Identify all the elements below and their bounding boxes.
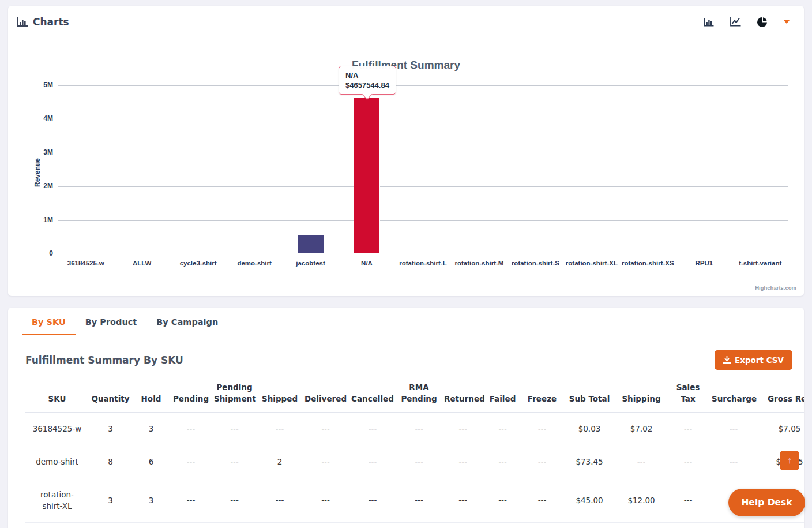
charts-icon (17, 17, 28, 27)
data-cell: --- (521, 445, 563, 478)
x-category-label: cycle3-shirt (170, 259, 226, 267)
tab-by-campaign[interactable]: By Campaign (146, 308, 228, 335)
column-header-returned: Returned (442, 376, 484, 413)
scroll-to-top-button[interactable]: ↑ (780, 451, 799, 470)
table-row: demo-shirt86------2------------------$73… (25, 445, 804, 478)
data-cell: 3 (89, 413, 132, 445)
pie-chart-icon[interactable] (757, 17, 767, 27)
gridline (58, 119, 788, 119)
column-header-shipping: Shipping (616, 376, 667, 413)
column-header-quantity: Quantity (89, 376, 132, 413)
table-row: 36184525-w33---------------------------$… (25, 413, 804, 445)
line-chart-icon[interactable] (730, 17, 741, 27)
column-header-sub-total: Sub Total (563, 376, 616, 413)
x-category-label: t-shirt-variant (732, 259, 788, 267)
x-category-label: N/A (339, 259, 394, 267)
sku-cell: demo-shirt (25, 445, 89, 478)
data-cell: $73.45 (563, 445, 616, 478)
y-tick-label: 5M (28, 81, 53, 89)
x-category-label: 36184525-w (58, 259, 114, 267)
download-icon (723, 356, 731, 364)
column-header-pending: Pending (170, 376, 212, 413)
sku-cell: 36184525-w (25, 413, 89, 445)
tooltip-value: $4657544.84 (345, 80, 389, 90)
chart-title: Fulfillment Summary (8, 59, 804, 72)
x-category-label: rotation-shirt-L (395, 259, 451, 267)
y-tick-label: 1M (28, 216, 53, 224)
data-cell: --- (616, 445, 667, 478)
x-category-label: rotation-shirt-XL (563, 259, 619, 267)
x-category-label: ALLW (114, 259, 170, 267)
data-cell: --- (302, 413, 349, 445)
highcharts-credit[interactable]: Highcharts.com (755, 284, 796, 291)
column-header-pending-shipment: Pending Shipment (212, 376, 257, 413)
tab-by-product[interactable]: By Product (76, 308, 147, 335)
data-cell: $7.05 (758, 413, 804, 445)
data-cell: --- (349, 413, 396, 445)
column-header-delivered: Delivered (302, 376, 349, 413)
gridline (58, 153, 788, 153)
data-cell: --- (302, 445, 349, 478)
x-category-label: RPU1 (676, 259, 732, 267)
tooltip-category: N/A (345, 70, 389, 80)
data-cell: --- (349, 478, 396, 523)
chevron-down-icon[interactable] (783, 20, 790, 24)
data-cell: --- (484, 478, 521, 523)
data-cell: --- (442, 478, 484, 523)
data-cell: 3 (132, 413, 170, 445)
column-header-freeze: Freeze (521, 376, 563, 413)
data-cell: --- (442, 445, 484, 478)
table-scroll-container[interactable]: SKUQuantityHoldPendingPending ShipmentSh… (25, 376, 804, 523)
data-cell: $0.03 (563, 413, 616, 445)
data-cell: --- (212, 478, 257, 523)
charts-panel: Charts (8, 6, 804, 296)
data-cell: --- (709, 413, 758, 445)
data-cell: 8 (89, 445, 132, 478)
help-desk-button[interactable]: Help Desk (728, 489, 805, 516)
export-csv-button[interactable]: Export CSV (715, 350, 792, 370)
data-cell: --- (257, 413, 302, 445)
data-cell: --- (667, 445, 709, 478)
data-cell: --- (212, 445, 257, 478)
chart-tooltip: N/A $4657544.84 (339, 66, 396, 95)
data-cell: 6 (132, 445, 170, 478)
y-tick-label: 2M (28, 182, 53, 190)
y-tick-label: 4M (28, 114, 53, 122)
data-cell: --- (709, 445, 758, 478)
tab-by-sku[interactable]: By SKU (22, 308, 76, 335)
table-row: rotation-shirt-XL33---------------------… (25, 478, 804, 523)
data-cell: --- (484, 413, 521, 445)
x-category-label: jacobtest (283, 259, 339, 267)
column-header-sku: SKU (25, 376, 89, 413)
data-cell: $12.00 (616, 478, 667, 523)
gridline (58, 186, 788, 187)
data-cell: --- (667, 478, 709, 523)
data-cell: 3 (89, 478, 132, 523)
data-cell: --- (257, 478, 302, 523)
fulfillment-chart: Fulfillment Summary Revenue 01M2M3M4M5M … (8, 46, 804, 294)
data-cell: 3 (132, 478, 170, 523)
column-header-cancelled: Cancelled (349, 376, 396, 413)
bar-N/A[interactable] (354, 97, 380, 254)
data-cell: --- (521, 478, 563, 523)
gridline (58, 254, 788, 254)
column-chart-icon[interactable] (704, 18, 714, 27)
plot-area (58, 85, 788, 254)
x-category-label: rotation-shirt-S (507, 259, 563, 267)
tab-bar: By SKUBy ProductBy Campaign (8, 308, 804, 335)
panel-title: Charts (33, 16, 69, 28)
sku-cell: rotation-shirt-XL (25, 478, 89, 523)
gridline (58, 220, 788, 221)
column-header-shipped: Shipped (257, 376, 302, 413)
bar-jacobtest[interactable] (298, 235, 324, 254)
column-header-sales-tax: Sales Tax (667, 376, 709, 413)
column-header-rma-pending: RMA Pending (396, 376, 442, 413)
fulfillment-summary-table: SKUQuantityHoldPendingPending ShipmentSh… (25, 376, 804, 523)
data-cell: --- (349, 445, 396, 478)
data-cell: 2 (257, 445, 302, 478)
x-category-label: demo-shirt (226, 259, 282, 267)
chart-type-toolbar (704, 17, 790, 27)
fulfillment-table-panel: By SKUBy ProductBy Campaign Fulfillment … (8, 308, 804, 528)
export-csv-label: Export CSV (735, 355, 784, 365)
data-cell: $7.02 (616, 413, 667, 445)
